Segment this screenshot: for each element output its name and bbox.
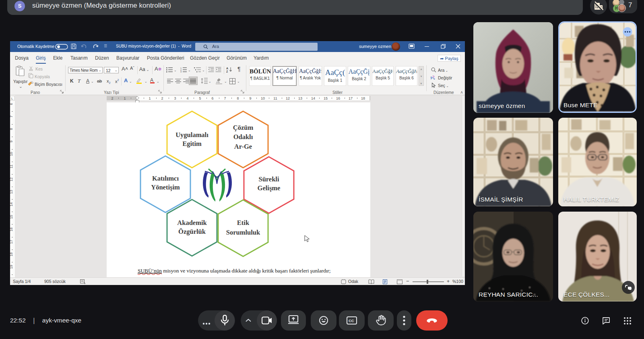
svg-text:16: 16: [336, 96, 340, 100]
svg-text:17: 17: [349, 96, 353, 100]
svg-text:2: 2: [161, 96, 163, 100]
svg-text:1: 1: [124, 96, 126, 100]
svg-text:16: 16: [10, 227, 13, 231]
svg-text:Ar-Ge: Ar-Ge: [234, 143, 252, 150]
svg-text:L: L: [11, 97, 13, 100]
svg-text:6: 6: [211, 96, 213, 100]
svg-text:3: 3: [174, 96, 176, 100]
svg-text:7: 7: [224, 96, 226, 100]
svg-text:A: A: [226, 67, 228, 70]
svg-text:6: 6: [10, 103, 13, 105]
svg-text:Z: Z: [226, 70, 228, 73]
svg-text:Akademik: Akademik: [177, 219, 207, 227]
svg-text:9: 9: [10, 140, 13, 142]
svg-text:18: 18: [361, 96, 365, 100]
svg-text:2: 2: [111, 96, 113, 100]
svg-text:3: 3: [180, 71, 182, 73]
svg-text:12: 12: [10, 177, 13, 181]
svg-text:SUBÜ’nün misyon ve vizyonuna u: SUBÜ’nün misyon ve vizyonuna ulaşmada di…: [138, 268, 330, 274]
svg-text:19: 19: [10, 265, 13, 269]
svg-text:17: 17: [10, 240, 13, 244]
svg-text:Çözüm: Çözüm: [233, 124, 254, 131]
svg-text:13: 13: [10, 190, 13, 194]
svg-text:Sorumluluk: Sorumluluk: [226, 229, 260, 236]
svg-text:Gelişme: Gelişme: [258, 184, 281, 192]
svg-text:Uygulamalı: Uygulamalı: [175, 131, 208, 139]
svg-text:14: 14: [311, 96, 315, 100]
svg-text:4: 4: [186, 96, 188, 100]
svg-text:10: 10: [10, 152, 13, 156]
svg-text:Yönetişim: Yönetişim: [151, 183, 180, 191]
svg-text:7: 7: [10, 115, 13, 117]
svg-text:10: 10: [261, 96, 265, 100]
svg-text:Özgürlük: Özgürlük: [178, 228, 206, 235]
svg-text:CC: CC: [349, 318, 354, 323]
svg-text:Etik: Etik: [237, 219, 250, 227]
svg-text:9: 9: [249, 96, 251, 100]
svg-text:Katılımcı: Katılımcı: [152, 175, 179, 182]
svg-text:14: 14: [10, 202, 13, 206]
svg-text:12: 12: [286, 96, 290, 100]
svg-text:8: 8: [237, 96, 239, 100]
svg-text:18: 18: [10, 252, 13, 256]
svg-text:Odaklı: Odaklı: [233, 133, 253, 141]
svg-text:1: 1: [149, 96, 151, 100]
svg-text:Egitim: Egitim: [182, 140, 202, 148]
svg-text:11: 11: [273, 96, 277, 100]
svg-text:15: 15: [324, 96, 328, 100]
svg-text:11: 11: [10, 164, 13, 168]
svg-text:13: 13: [298, 96, 302, 100]
svg-text:5: 5: [199, 96, 201, 100]
svg-text:8: 8: [10, 128, 13, 130]
svg-text:15: 15: [10, 215, 13, 219]
svg-text:Sürekli: Sürekli: [258, 175, 279, 183]
